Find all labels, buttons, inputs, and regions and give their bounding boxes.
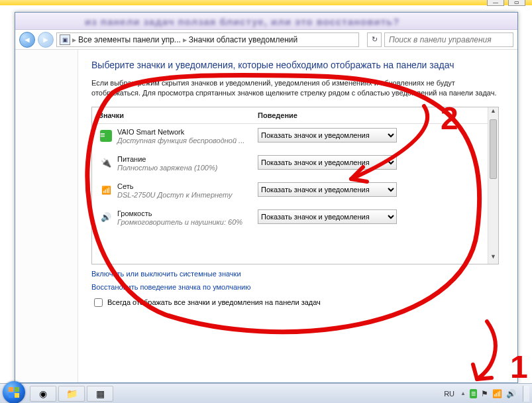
nav-forward-button[interactable]: ► (38, 32, 54, 48)
link-restore-defaults[interactable]: Восстановить поведение значка по умолчан… (91, 283, 499, 291)
behavior-select[interactable]: Показать значок и уведомления (258, 209, 397, 224)
taskbar-explorer[interactable]: 📁 (58, 386, 85, 402)
row-name: VAIO Smart Network (117, 128, 258, 136)
column-header-icons: Значки (99, 111, 258, 119)
nav-back-button[interactable]: ◄ (19, 32, 35, 48)
show-desktop-button[interactable] (523, 386, 529, 402)
system-tray: RU ▲ ≡ ⚑ 📶 🔊 (442, 386, 532, 402)
behavior-select[interactable]: Показать значок и уведомления (258, 182, 397, 197)
folder-icon: 📁 (66, 388, 78, 399)
icon-behavior-table: Значки Поведение ≡VAIO Smart NetworkДост… (91, 107, 499, 264)
chevron-right-icon: ▸ (181, 35, 189, 44)
left-pane (15, 50, 78, 382)
control-panel-window: из панели задач ползая блистуе, или это … (15, 12, 518, 383)
browser-max-button[interactable]: ▭ (508, 0, 525, 6)
table-row: СетьDSL-2750U Доступ к ИнтернетуПоказать… (92, 178, 498, 205)
page-description: Если выбран режим скрытия значков и увед… (91, 78, 499, 99)
taskbar-app[interactable]: ▦ (87, 386, 113, 402)
app-icon: ▦ (96, 388, 105, 399)
table-row: ≡VAIO Smart NetworkДоступная функция бес… (92, 124, 498, 151)
link-toggle-system-icons[interactable]: Включить или выключить системные значки (91, 270, 499, 278)
start-button[interactable] (3, 381, 25, 404)
refresh-button[interactable]: ↻ (367, 32, 382, 47)
control-panel-icon: ▣ (60, 34, 70, 45)
table-row: ПитаниеПолностью заряжена (100%)Показать… (92, 151, 498, 178)
tray-overflow-icon[interactable]: ▲ (460, 390, 466, 396)
behavior-select[interactable]: Показать значок и уведомления (258, 155, 397, 170)
window-titlebar: из панели задач ползая блистуе, или это … (15, 13, 517, 30)
table-row: ГромкостьГромкоговоритель и наушники: 60… (92, 205, 498, 233)
scroll-up-icon[interactable]: ▲ (488, 107, 498, 118)
search-input[interactable] (388, 34, 510, 45)
browser-min-button[interactable]: — (487, 0, 504, 6)
network-icon (101, 185, 111, 195)
page-title: Выберите значки и уведомления, которые н… (91, 59, 499, 72)
crumb-all-items[interactable]: Все элементы панели упр... (78, 35, 181, 44)
scroll-down-icon[interactable]: ▼ (488, 253, 498, 264)
tray-vaio-icon[interactable]: ≡ (470, 389, 477, 398)
tray-volume-icon[interactable]: 🔊 (506, 389, 516, 398)
chevron-right-icon: ▸ (70, 35, 78, 44)
power-icon (101, 158, 111, 168)
behavior-select[interactable]: Показать значок и уведомления (258, 128, 397, 143)
row-name: Громкость (117, 209, 258, 217)
tray-action-center-icon[interactable]: ⚑ (481, 389, 488, 398)
crumb-notification-icons[interactable]: Значки области уведомлений (189, 35, 297, 44)
chrome-icon: ◉ (39, 388, 47, 399)
row-name: Сеть (117, 182, 258, 190)
row-sub: Полностью заряжена (100%) (117, 164, 258, 172)
volume-icon (101, 212, 111, 222)
table-scrollbar[interactable]: ▲ ▼ (488, 107, 498, 264)
address-bar: ◄ ► ▣ ▸ Все элементы панели упр... ▸ Зна… (15, 30, 517, 50)
main-pane: Выберите значки и уведомления, которые н… (78, 50, 517, 382)
row-name: Питание (117, 155, 258, 163)
taskbar-chrome[interactable]: ◉ (30, 386, 56, 402)
row-sub: Доступная функция беспроводной ... (117, 137, 258, 144)
background-window-title: из панели задач ползая блистуе, или это … (85, 16, 399, 27)
row-sub: Громкоговоритель и наушники: 60% (117, 218, 258, 226)
language-indicator[interactable]: RU (442, 390, 456, 398)
row-sub: DSL-2750U Доступ к Интернету (117, 191, 258, 199)
tray-network-icon[interactable]: 📶 (492, 389, 502, 398)
search-box[interactable] (384, 32, 513, 47)
column-header-behavior: Поведение (258, 111, 492, 119)
taskbar: ◉ 📁 ▦ RU ▲ ≡ ⚑ 📶 🔊 (0, 383, 532, 403)
breadcrumb[interactable]: ▣ ▸ Все элементы панели упр... ▸ Значки … (56, 32, 359, 47)
always-show-label: Всегда отображать все значки и уведомлен… (107, 298, 321, 306)
always-show-checkbox[interactable] (94, 298, 103, 307)
vaio-icon: ≡ (100, 130, 112, 142)
scroll-thumb[interactable] (490, 119, 497, 179)
